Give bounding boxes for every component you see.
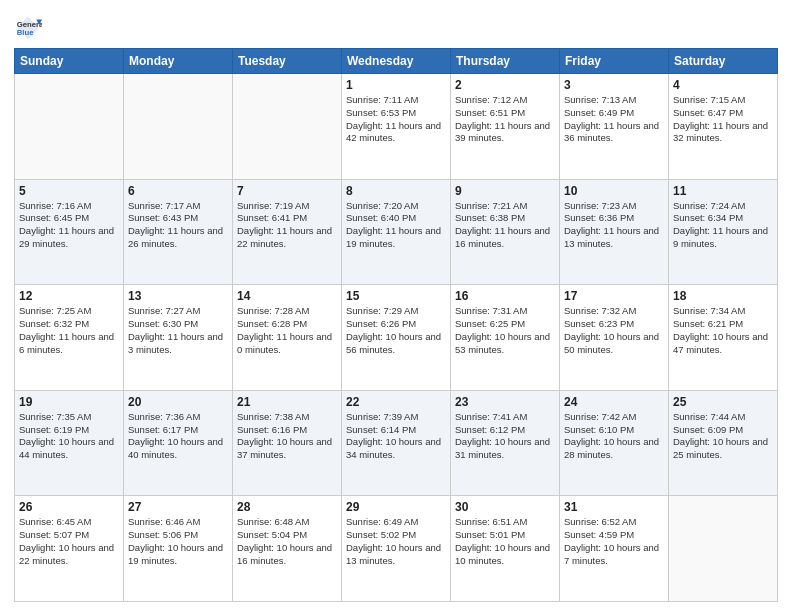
day-info: Sunrise: 7:41 AM Sunset: 6:12 PM Dayligh… — [455, 411, 555, 462]
calendar-day-5: 5Sunrise: 7:16 AM Sunset: 6:45 PM Daylig… — [15, 179, 124, 285]
calendar: SundayMondayTuesdayWednesdayThursdayFrid… — [14, 48, 778, 602]
calendar-day-25: 25Sunrise: 7:44 AM Sunset: 6:09 PM Dayli… — [669, 390, 778, 496]
day-info: Sunrise: 7:25 AM Sunset: 6:32 PM Dayligh… — [19, 305, 119, 356]
day-number: 9 — [455, 184, 555, 198]
calendar-day-20: 20Sunrise: 7:36 AM Sunset: 6:17 PM Dayli… — [124, 390, 233, 496]
calendar-day-28: 28Sunrise: 6:48 AM Sunset: 5:04 PM Dayli… — [233, 496, 342, 602]
day-number: 19 — [19, 395, 119, 409]
day-info: Sunrise: 6:45 AM Sunset: 5:07 PM Dayligh… — [19, 516, 119, 567]
day-info: Sunrise: 7:31 AM Sunset: 6:25 PM Dayligh… — [455, 305, 555, 356]
day-number: 8 — [346, 184, 446, 198]
calendar-day-27: 27Sunrise: 6:46 AM Sunset: 5:06 PM Dayli… — [124, 496, 233, 602]
logo: General Blue — [14, 14, 46, 42]
col-header-monday: Monday — [124, 49, 233, 74]
day-number: 10 — [564, 184, 664, 198]
header: General Blue — [14, 10, 778, 42]
day-info: Sunrise: 7:44 AM Sunset: 6:09 PM Dayligh… — [673, 411, 773, 462]
day-info: Sunrise: 7:11 AM Sunset: 6:53 PM Dayligh… — [346, 94, 446, 145]
day-number: 4 — [673, 78, 773, 92]
day-number: 26 — [19, 500, 119, 514]
calendar-day-14: 14Sunrise: 7:28 AM Sunset: 6:28 PM Dayli… — [233, 285, 342, 391]
calendar-day-7: 7Sunrise: 7:19 AM Sunset: 6:41 PM Daylig… — [233, 179, 342, 285]
day-info: Sunrise: 7:38 AM Sunset: 6:16 PM Dayligh… — [237, 411, 337, 462]
day-info: Sunrise: 7:29 AM Sunset: 6:26 PM Dayligh… — [346, 305, 446, 356]
calendar-week-row: 5Sunrise: 7:16 AM Sunset: 6:45 PM Daylig… — [15, 179, 778, 285]
calendar-day-16: 16Sunrise: 7:31 AM Sunset: 6:25 PM Dayli… — [451, 285, 560, 391]
calendar-day-13: 13Sunrise: 7:27 AM Sunset: 6:30 PM Dayli… — [124, 285, 233, 391]
day-number: 31 — [564, 500, 664, 514]
day-number: 15 — [346, 289, 446, 303]
day-number: 2 — [455, 78, 555, 92]
calendar-day-21: 21Sunrise: 7:38 AM Sunset: 6:16 PM Dayli… — [233, 390, 342, 496]
day-info: Sunrise: 6:51 AM Sunset: 5:01 PM Dayligh… — [455, 516, 555, 567]
calendar-day-19: 19Sunrise: 7:35 AM Sunset: 6:19 PM Dayli… — [15, 390, 124, 496]
calendar-day-29: 29Sunrise: 6:49 AM Sunset: 5:02 PM Dayli… — [342, 496, 451, 602]
day-info: Sunrise: 7:36 AM Sunset: 6:17 PM Dayligh… — [128, 411, 228, 462]
col-header-sunday: Sunday — [15, 49, 124, 74]
day-info: Sunrise: 7:24 AM Sunset: 6:34 PM Dayligh… — [673, 200, 773, 251]
day-number: 7 — [237, 184, 337, 198]
day-number: 22 — [346, 395, 446, 409]
calendar-day-30: 30Sunrise: 6:51 AM Sunset: 5:01 PM Dayli… — [451, 496, 560, 602]
day-info: Sunrise: 7:16 AM Sunset: 6:45 PM Dayligh… — [19, 200, 119, 251]
day-info: Sunrise: 6:52 AM Sunset: 4:59 PM Dayligh… — [564, 516, 664, 567]
calendar-empty-cell — [124, 74, 233, 180]
day-number: 23 — [455, 395, 555, 409]
col-header-wednesday: Wednesday — [342, 49, 451, 74]
day-info: Sunrise: 7:27 AM Sunset: 6:30 PM Dayligh… — [128, 305, 228, 356]
calendar-day-1: 1Sunrise: 7:11 AM Sunset: 6:53 PM Daylig… — [342, 74, 451, 180]
day-info: Sunrise: 7:12 AM Sunset: 6:51 PM Dayligh… — [455, 94, 555, 145]
calendar-day-17: 17Sunrise: 7:32 AM Sunset: 6:23 PM Dayli… — [560, 285, 669, 391]
calendar-day-4: 4Sunrise: 7:15 AM Sunset: 6:47 PM Daylig… — [669, 74, 778, 180]
day-number: 18 — [673, 289, 773, 303]
calendar-empty-cell — [233, 74, 342, 180]
day-number: 3 — [564, 78, 664, 92]
calendar-week-row: 26Sunrise: 6:45 AM Sunset: 5:07 PM Dayli… — [15, 496, 778, 602]
calendar-day-8: 8Sunrise: 7:20 AM Sunset: 6:40 PM Daylig… — [342, 179, 451, 285]
col-header-saturday: Saturday — [669, 49, 778, 74]
day-info: Sunrise: 7:17 AM Sunset: 6:43 PM Dayligh… — [128, 200, 228, 251]
day-number: 21 — [237, 395, 337, 409]
calendar-empty-cell — [669, 496, 778, 602]
day-number: 28 — [237, 500, 337, 514]
calendar-day-26: 26Sunrise: 6:45 AM Sunset: 5:07 PM Dayli… — [15, 496, 124, 602]
day-number: 6 — [128, 184, 228, 198]
calendar-day-15: 15Sunrise: 7:29 AM Sunset: 6:26 PM Dayli… — [342, 285, 451, 391]
day-info: Sunrise: 7:42 AM Sunset: 6:10 PM Dayligh… — [564, 411, 664, 462]
svg-text:Blue: Blue — [17, 28, 34, 37]
day-number: 13 — [128, 289, 228, 303]
day-number: 27 — [128, 500, 228, 514]
col-header-friday: Friday — [560, 49, 669, 74]
calendar-day-24: 24Sunrise: 7:42 AM Sunset: 6:10 PM Dayli… — [560, 390, 669, 496]
day-info: Sunrise: 7:21 AM Sunset: 6:38 PM Dayligh… — [455, 200, 555, 251]
day-info: Sunrise: 7:32 AM Sunset: 6:23 PM Dayligh… — [564, 305, 664, 356]
day-info: Sunrise: 7:23 AM Sunset: 6:36 PM Dayligh… — [564, 200, 664, 251]
col-header-tuesday: Tuesday — [233, 49, 342, 74]
day-number: 14 — [237, 289, 337, 303]
day-info: Sunrise: 7:34 AM Sunset: 6:21 PM Dayligh… — [673, 305, 773, 356]
col-header-thursday: Thursday — [451, 49, 560, 74]
calendar-day-18: 18Sunrise: 7:34 AM Sunset: 6:21 PM Dayli… — [669, 285, 778, 391]
calendar-empty-cell — [15, 74, 124, 180]
day-info: Sunrise: 7:35 AM Sunset: 6:19 PM Dayligh… — [19, 411, 119, 462]
logo-icon: General Blue — [14, 14, 42, 42]
calendar-day-6: 6Sunrise: 7:17 AM Sunset: 6:43 PM Daylig… — [124, 179, 233, 285]
calendar-week-row: 1Sunrise: 7:11 AM Sunset: 6:53 PM Daylig… — [15, 74, 778, 180]
day-number: 25 — [673, 395, 773, 409]
day-info: Sunrise: 7:19 AM Sunset: 6:41 PM Dayligh… — [237, 200, 337, 251]
calendar-week-row: 19Sunrise: 7:35 AM Sunset: 6:19 PM Dayli… — [15, 390, 778, 496]
calendar-header-row: SundayMondayTuesdayWednesdayThursdayFrid… — [15, 49, 778, 74]
day-number: 30 — [455, 500, 555, 514]
day-number: 17 — [564, 289, 664, 303]
day-info: Sunrise: 6:48 AM Sunset: 5:04 PM Dayligh… — [237, 516, 337, 567]
day-number: 16 — [455, 289, 555, 303]
calendar-week-row: 12Sunrise: 7:25 AM Sunset: 6:32 PM Dayli… — [15, 285, 778, 391]
day-number: 24 — [564, 395, 664, 409]
day-number: 5 — [19, 184, 119, 198]
calendar-day-31: 31Sunrise: 6:52 AM Sunset: 4:59 PM Dayli… — [560, 496, 669, 602]
day-number: 29 — [346, 500, 446, 514]
calendar-day-11: 11Sunrise: 7:24 AM Sunset: 6:34 PM Dayli… — [669, 179, 778, 285]
day-number: 1 — [346, 78, 446, 92]
day-info: Sunrise: 7:15 AM Sunset: 6:47 PM Dayligh… — [673, 94, 773, 145]
day-info: Sunrise: 6:49 AM Sunset: 5:02 PM Dayligh… — [346, 516, 446, 567]
